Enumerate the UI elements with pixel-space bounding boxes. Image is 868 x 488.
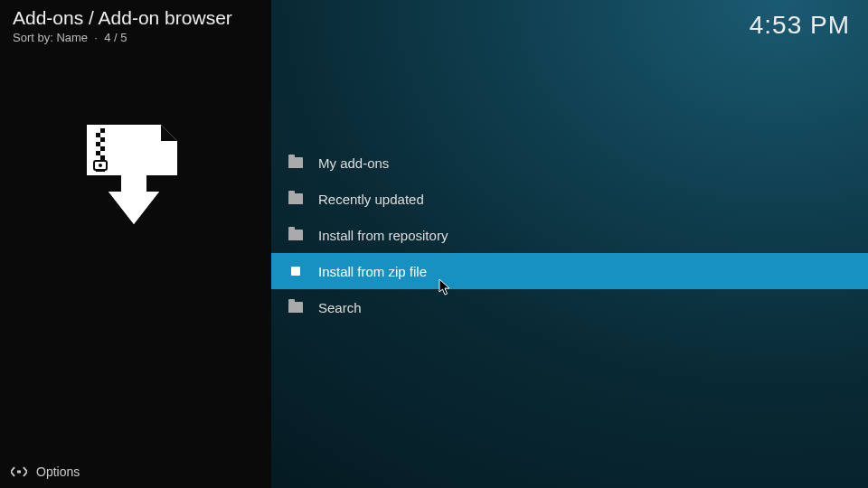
list-item-install-from-zip-file[interactable]: Install from zip file <box>271 253 868 289</box>
svg-rect-3 <box>96 137 100 142</box>
clock: 4:53 PM <box>750 11 850 40</box>
breadcrumb-title: Add-ons / Add-on browser <box>13 7 232 29</box>
folder-icon <box>288 156 304 169</box>
list-item-label: Recently updated <box>318 192 424 207</box>
svg-rect-6 <box>100 151 105 155</box>
svg-rect-7 <box>96 155 100 160</box>
list-position: 4 / 5 <box>104 31 127 44</box>
sort-value: Name <box>56 31 88 44</box>
list-item-recently-updated[interactable]: Recently updated <box>271 181 868 217</box>
folder-icon <box>288 229 304 241</box>
sort-info: Sort by: Name · 4 / 5 <box>13 31 127 44</box>
list-item-label: Install from repository <box>318 228 448 243</box>
svg-rect-2 <box>100 133 105 137</box>
svg-rect-12 <box>17 471 21 474</box>
sidebar-panel: Add-ons / Add-on browser Sort by: Name ·… <box>0 0 271 488</box>
folder-icon <box>288 301 304 314</box>
options-label: Options <box>36 465 80 479</box>
sort-sep: · <box>91 31 104 44</box>
list-item-label: Install from zip file <box>318 264 427 279</box>
folder-icon <box>288 192 304 205</box>
addon-list: My add-ons Recently updated Install from… <box>271 145 868 325</box>
zip-download-icon <box>71 117 188 235</box>
zip-icon <box>288 265 304 277</box>
svg-point-9 <box>99 164 102 167</box>
svg-rect-5 <box>96 146 100 151</box>
svg-rect-1 <box>96 128 100 133</box>
list-item-label: Search <box>318 300 362 315</box>
list-item-my-addons[interactable]: My add-ons <box>271 145 868 181</box>
list-item-label: My add-ons <box>318 155 389 171</box>
svg-rect-4 <box>100 142 105 146</box>
list-item-install-from-repository[interactable]: Install from repository <box>271 217 868 253</box>
options-arrows-icon <box>11 465 27 478</box>
options-button[interactable]: Options <box>11 465 80 479</box>
sort-prefix: Sort by: <box>13 31 53 44</box>
list-item-search[interactable]: Search <box>271 289 868 325</box>
